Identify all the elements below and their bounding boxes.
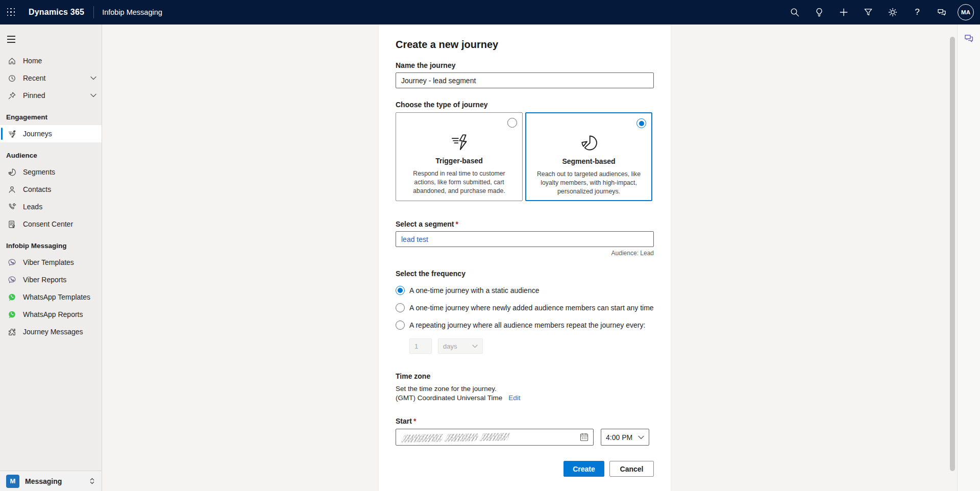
area-switcher[interactable]: M Messaging — [0, 471, 102, 491]
interval-unit-dropdown[interactable]: days — [438, 338, 483, 354]
sitemap-collapse-icon[interactable] — [4, 32, 24, 47]
site-map-sidebar: Home Recent Pinned Engagement Journeys A… — [0, 24, 102, 491]
timezone-heading: Time zone — [396, 372, 654, 380]
required-asterisk: * — [413, 417, 416, 425]
radio-unselected-icon[interactable] — [396, 303, 405, 312]
calendar-icon[interactable] — [579, 432, 590, 443]
area-label: Messaging — [25, 477, 62, 485]
timezone-edit-link[interactable]: Edit — [508, 394, 520, 402]
sidebar-item-label: Journey Messages — [23, 328, 83, 336]
whatsapp-icon — [7, 292, 16, 302]
frequency-option-anytime[interactable]: A one-time journey where newly added aud… — [396, 303, 654, 312]
timezone-description: Set the time zone for the journey. — [396, 385, 654, 392]
sidebar-item-home[interactable]: Home — [0, 52, 102, 69]
start-label-text: Start — [396, 417, 412, 425]
waffle-dots — [7, 8, 16, 17]
sidebar-item-label: Leads — [23, 203, 42, 211]
audience-helper-text: Audience: Lead — [396, 250, 654, 257]
puzzle-icon — [7, 327, 16, 336]
help-icon[interactable]: ? — [909, 4, 926, 21]
section-header-infobip-messaging: Infobip Messaging — [0, 233, 102, 254]
sidebar-item-viber-templates[interactable]: Viber Templates — [0, 254, 102, 271]
sidebar-item-viber-reports[interactable]: Viber Reports — [0, 271, 102, 288]
sidebar-item-label: Pinned — [23, 91, 45, 100]
cancel-button[interactable]: Cancel — [609, 461, 654, 477]
segment-based-radio[interactable] — [636, 118, 646, 128]
user-avatar[interactable]: MA — [958, 4, 974, 20]
dialog-title: Create a new journey — [396, 39, 654, 51]
lightbulb-icon[interactable] — [811, 4, 828, 21]
sidebar-item-contacts[interactable]: Contacts — [0, 181, 102, 198]
search-icon[interactable] — [786, 4, 803, 21]
segment-field-label: Select a segment* — [396, 220, 654, 228]
sidebar-item-whatsapp-reports[interactable]: WhatsApp Reports — [0, 306, 102, 323]
frequency-option-static[interactable]: A one-time journey with a static audienc… — [396, 286, 654, 295]
segment-lookup-input[interactable] — [396, 231, 654, 247]
sidebar-item-label: Viber Templates — [23, 258, 74, 266]
required-asterisk: * — [455, 220, 458, 228]
chevron-down-icon — [472, 345, 478, 348]
phone-gear-icon — [7, 202, 16, 211]
radio-unselected-icon[interactable] — [396, 321, 405, 330]
radio-selected-icon[interactable] — [396, 286, 405, 295]
card-title: Trigger-based — [405, 157, 513, 165]
start-time-dropdown[interactable]: 4:00 PM — [601, 429, 649, 446]
sidebar-item-leads[interactable]: Leads — [0, 198, 102, 215]
repeat-interval-controls: days — [409, 338, 654, 354]
vertical-scrollbar-thumb[interactable] — [950, 37, 955, 471]
segment-label-text: Select a segment — [396, 220, 454, 228]
sidebar-item-recent[interactable]: Recent — [0, 69, 102, 87]
filter-icon[interactable] — [860, 4, 877, 21]
sidebar-item-label: Consent Center — [23, 220, 73, 228]
area-switch-chevrons-icon — [89, 477, 95, 485]
pin-icon — [7, 91, 16, 100]
start-date-input[interactable] — [396, 429, 594, 446]
product-title[interactable]: Dynamics 365 — [29, 8, 84, 17]
interval-value-input[interactable] — [409, 338, 432, 354]
topbar-divider — [93, 6, 94, 18]
sidebar-item-whatsapp-templates[interactable]: WhatsApp Templates — [0, 288, 102, 306]
journey-name-input[interactable] — [396, 72, 654, 88]
timezone-value: (GMT) Coordinated Universal Time — [396, 394, 502, 402]
clock-icon — [7, 73, 16, 83]
sidebar-item-label: Recent — [23, 74, 45, 82]
add-icon[interactable] — [835, 4, 852, 21]
viber-icon — [7, 258, 16, 267]
sidebar-item-label: WhatsApp Templates — [23, 293, 90, 301]
trigger-based-card[interactable]: Trigger-based Respond in real time to cu… — [396, 112, 523, 201]
trigger-based-radio[interactable] — [507, 118, 517, 128]
segment-based-card[interactable]: Segment-based Reach out to targeted audi… — [525, 112, 652, 201]
home-icon — [7, 56, 16, 65]
create-journey-dialog: Create a new journey Name the journey Ch… — [379, 24, 671, 491]
sidebar-item-consent-center[interactable]: Consent Center — [0, 215, 102, 233]
app-name[interactable]: Infobip Messaging — [102, 8, 162, 16]
feedback-chat-icon[interactable] — [933, 4, 950, 21]
area-badge: M — [6, 475, 19, 488]
sidebar-item-label: Contacts — [23, 185, 51, 193]
sidebar-item-journey-messages[interactable]: Journey Messages — [0, 323, 102, 340]
lightning-bolt-icon — [405, 133, 513, 154]
person-icon — [7, 185, 16, 194]
chevron-down-icon — [90, 93, 96, 97]
comments-pane-icon[interactable] — [961, 31, 976, 46]
side-pane-rail — [957, 24, 980, 491]
card-description: Respond in real time to customer actions… — [405, 169, 513, 196]
sidebar-item-pinned[interactable]: Pinned — [0, 87, 102, 104]
app-launcher-icon[interactable] — [0, 0, 22, 24]
sidebar-item-label: Segments — [23, 168, 55, 176]
sidebar-item-segments[interactable]: Segments — [0, 163, 102, 181]
frequency-option-label: A one-time journey where newly added aud… — [409, 304, 654, 312]
pie-chart-icon — [7, 167, 16, 177]
settings-gear-icon[interactable] — [884, 4, 901, 21]
sidebar-item-journeys[interactable]: Journeys — [0, 125, 102, 142]
start-field-label: Start* — [396, 417, 654, 425]
section-header-engagement: Engagement — [0, 104, 102, 125]
card-description: Reach out to targeted audiences, like lo… — [535, 170, 642, 197]
create-button[interactable]: Create — [564, 461, 604, 477]
frequency-field-label: Select the frequency — [396, 269, 654, 278]
sidebar-item-label: Viber Reports — [23, 276, 66, 284]
frequency-option-repeating[interactable]: A repeating journey where all audience m… — [396, 321, 654, 330]
pie-chart-icon — [535, 134, 642, 154]
viber-icon — [7, 275, 16, 284]
name-field-label: Name the journey — [396, 61, 654, 69]
